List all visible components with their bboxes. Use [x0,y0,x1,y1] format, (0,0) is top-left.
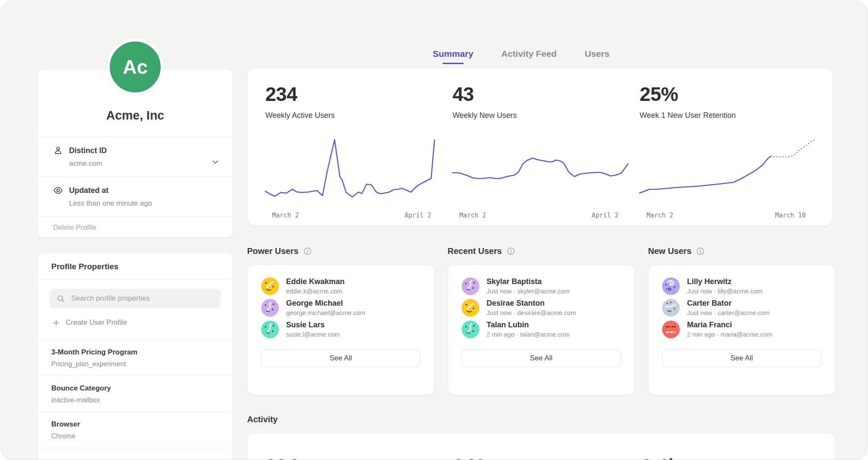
search-profile-properties-input[interactable] [70,294,214,303]
user-row[interactable]: Maria Franci 2 min ago · maria@acme.com [662,318,821,340]
property-row[interactable]: Browser Chrome [38,412,233,448]
user-name: Lilly Herwitz [687,277,762,286]
user-subtext: 2 min ago · maria@acme.com [687,331,772,338]
eye-icon [53,185,63,195]
property-row[interactable]: 3-Month Pricing Program Pricing_plan_exp… [38,340,233,376]
x-axis-tick-end: March 10 [775,212,806,219]
info-icon[interactable] [696,247,705,256]
trend-line-chart-week-1-new-user-retention [640,138,815,201]
x-axis-tick-start: March 2 [646,212,673,219]
user-section-new-users: New Users Lilly Herwitz Just now · lilly… [648,246,835,395]
stat-label: Weekly New Users [453,111,628,120]
summary-stat-column: 43 Weekly New Users March 2 April 2 [447,83,634,226]
tab-summary[interactable]: Summary [433,49,473,64]
user-list-card: Lilly Herwitz Just now · lilly@acme.com … [648,265,835,395]
user-list-card: Eddie Kwakman eddie.k@acme.com George Mi… [247,265,434,395]
profile-properties-title: Profile Properties [38,253,233,279]
delete-profile-button[interactable]: Delete Profile [38,217,233,239]
property-value: Pricing_plan_experiment [51,360,219,368]
user-section-recent-users: Recent Users Skylar Baptista Just now · … [448,246,635,395]
see-all-button[interactable]: See All [662,349,821,367]
activity-stat-value: 240 [447,454,635,460]
stat-value: 25% [640,83,815,106]
field-value: acme.com [69,159,217,168]
user-row[interactable]: Talan Lubin 2 min ago · talan@acme.com [462,318,621,340]
user-subtext: 2 min ago · talan@acme.com [487,331,570,338]
stat-value: 43 [453,83,628,106]
user-subtext: Just now · skyler@acme.com [487,287,570,295]
summary-stat-column: 234 Weekly Active Users March 2 April 2 [259,83,447,226]
chevron-down-icon[interactable] [211,157,220,167]
user-row[interactable]: Skylar Baptista Just now · skyler@acme.c… [462,275,621,297]
user-avatar [662,321,680,338]
section-title: New Users [648,246,691,256]
see-all-button[interactable]: See All [462,349,621,367]
tab-label: Summary [433,49,473,59]
summary-card: 234 Weekly Active Users March 2 April 2 … [247,68,833,226]
info-icon[interactable] [303,247,312,256]
user-row[interactable]: Eddie Kwakman eddie.k@acme.com [261,275,420,297]
user-list: Lilly Herwitz Just now · lilly@acme.com … [662,275,821,340]
chart-x-axis: March 2 April 2 [453,212,628,219]
user-list: Skylar Baptista Just now · skyler@acme.c… [462,275,621,340]
summary-stat-column: 25% Week 1 New User Retention March 2 Ma… [634,83,821,226]
activity-title: Activity [247,415,835,424]
app-window: Ac Acme, Inc Distinct ID acme.com Update… [1,1,867,460]
info-icon[interactable] [506,247,515,256]
user-name: Maria Franci [687,321,772,329]
user-name: Desirae Stanton [487,299,576,308]
section-title: Recent Users [448,246,502,256]
property-value: Chrome [51,432,219,440]
user-avatar [261,299,279,317]
company-profile-screen: Ac Acme, Inc Distinct ID acme.com Update… [0,0,868,460]
user-row[interactable]: Susie Lars susie.l@acme.com [261,318,420,340]
user-avatar [462,321,479,338]
stat-label: Weekly Active Users [265,111,441,120]
property-row-wrap: Bounce Category inactive-mailbox [38,376,233,412]
field-value: Less than one minute ago [69,199,217,208]
field-label: Distinct ID [69,146,107,155]
property-value: inactive-mailbox [51,396,219,404]
user-avatar [662,299,680,317]
tab-users[interactable]: Users [584,49,609,64]
plus-icon [52,319,60,327]
activity-section: Activity 2342403.4k [247,415,835,460]
user-name: Carter Bator [687,299,770,308]
search-profile-properties-box[interactable] [50,289,221,308]
x-axis-tick-start: March 2 [459,212,486,219]
user-name: Talan Lubin [487,321,570,329]
field-label: Updated at [69,186,108,195]
see-all-button[interactable]: See All [261,349,420,367]
create-user-profile-button[interactable]: Create User Profile [50,308,221,336]
user-row[interactable]: Lilly Herwitz Just now · lilly@acme.com [662,275,821,297]
user-row[interactable]: George Michael george.michael@acme.com [261,297,420,318]
user-row[interactable]: Desirae Stanton Just now · desirare@acme… [462,297,621,318]
trend-line-chart-weekly-new-users [453,138,628,201]
user-subtext: susie.l@acme.com [286,331,340,338]
user-avatar [662,277,680,295]
stat-label: Week 1 New User Retention [640,111,815,120]
property-name: 3-Month Pricing Program [51,348,219,357]
tab-activity-feed[interactable]: Activity Feed [501,49,557,64]
user-name: Skylar Baptista [487,277,570,286]
user-subtext: george.michael@acme.com [286,309,365,316]
search-icon [56,294,65,303]
user-subtext: Just now · carter@acme.com [687,309,770,316]
x-axis-tick-start: March 2 [272,212,299,219]
property-list: 3-Month Pricing Program Pricing_plan_exp… [38,340,233,448]
company-avatar: Ac [107,39,164,95]
profile-properties-panel: Profile Properties Create User Profile 3… [37,252,233,460]
section-title: Power Users [247,246,298,256]
user-subtext: Just now · lilly@acme.com [687,287,762,295]
user-row[interactable]: Carter Bator Just now · carter@acme.com [662,297,821,318]
profile-field-row: Updated at Less than one minute ago [38,177,233,217]
create-user-profile-label: Create User Profile [66,318,127,327]
person-icon [53,145,63,156]
user-subtext: eddie.k@acme.com [286,287,345,295]
x-axis-tick-end: April 2 [404,212,431,219]
property-row-wrap: 3-Month Pricing Program Pricing_plan_exp… [38,340,233,376]
activity-card: 2342403.4k [247,433,835,460]
user-avatar [261,321,279,338]
property-row[interactable]: Bounce Category inactive-mailbox [38,376,233,412]
user-avatar [462,299,479,317]
